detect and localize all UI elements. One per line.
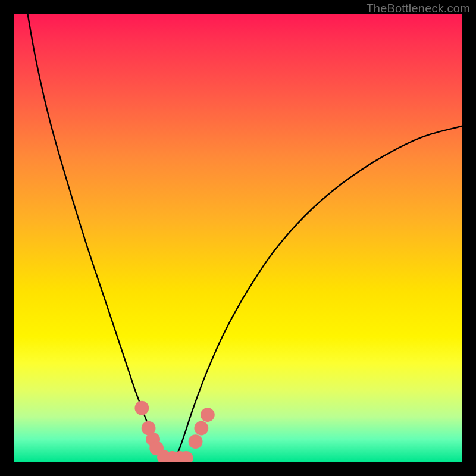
marker-dot — [189, 434, 203, 449]
marker-dot — [173, 451, 187, 462]
marker-dot — [142, 421, 156, 436]
marker-dot — [146, 433, 160, 447]
marker-group — [134, 401, 214, 462]
chart-svg — [14, 14, 462, 462]
marker-dot — [149, 441, 164, 456]
marker-dot — [165, 451, 180, 462]
watermark-text: TheBottleneck.com — [366, 2, 470, 15]
marker-dot — [134, 401, 149, 415]
marker-dot — [179, 451, 193, 462]
chart-frame — [14, 14, 462, 462]
marker-dot — [157, 450, 171, 462]
marker-dot — [201, 408, 215, 422]
curve-left-branch — [28, 14, 171, 459]
curve-group — [28, 14, 462, 459]
curve-right-branch — [171, 126, 462, 459]
marker-dot — [194, 421, 208, 436]
